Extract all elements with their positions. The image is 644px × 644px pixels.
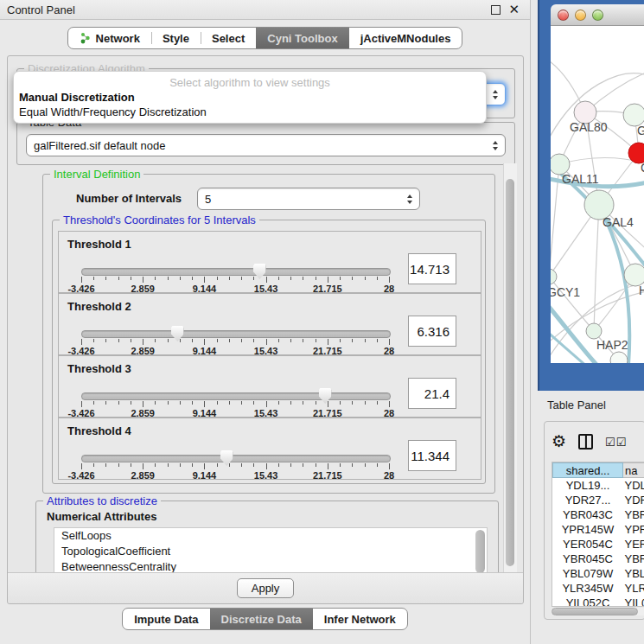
numerical-attributes-list[interactable]: SelfLoopsTopologicalCoefficientBetweenne… bbox=[54, 527, 488, 577]
settings-scrollbar[interactable] bbox=[503, 163, 517, 573]
close-icon[interactable]: ✕ bbox=[508, 5, 520, 14]
network-node-label: GA bbox=[637, 124, 644, 137]
zoom-traffic-light-icon[interactable] bbox=[592, 10, 603, 21]
table-cell[interactable]: YBR0 bbox=[623, 552, 644, 566]
table-scrollbar-thumb[interactable] bbox=[552, 608, 638, 615]
table-cell[interactable]: YLR3 bbox=[623, 581, 644, 596]
column-header-name[interactable]: na bbox=[623, 463, 644, 478]
tick-mark bbox=[241, 339, 242, 342]
table-cell[interactable]: YBL079W bbox=[553, 566, 623, 581]
node-table: shared... na YDL19...YDL1YDR27...YDR2YBR… bbox=[552, 462, 644, 607]
table-row[interactable]: YBL079WYBL0 bbox=[553, 566, 644, 581]
threshold-3-slider[interactable] bbox=[81, 392, 391, 400]
select-columns-icon[interactable]: ☑☑ bbox=[605, 436, 627, 449]
table-data-combobox[interactable]: galFiltered.sif default node bbox=[26, 134, 506, 156]
close-traffic-light-icon[interactable] bbox=[558, 10, 569, 21]
table-cell[interactable]: YPR145W bbox=[553, 522, 623, 537]
attribute-list-item[interactable]: TopologicalCoefficient bbox=[54, 544, 487, 559]
tick-mark bbox=[204, 339, 205, 345]
table-cell[interactable]: YPR1 bbox=[623, 522, 644, 537]
tick-mark bbox=[316, 463, 316, 467]
threshold-4-value-field[interactable]: 11.344 bbox=[408, 440, 456, 471]
threshold-2-slider[interactable] bbox=[81, 330, 391, 338]
interval-definition-group: Interval Definition Number of Intervals … bbox=[42, 174, 495, 494]
tab-network[interactable]: Network bbox=[68, 28, 151, 48]
tab-select[interactable]: Select bbox=[201, 28, 256, 48]
table-cell[interactable]: YLR345W bbox=[553, 581, 623, 596]
number-of-intervals-combobox[interactable]: 5 bbox=[197, 188, 420, 210]
network-view-window: GAL80GACGAL11GAL4GCY1HHAP2 bbox=[538, 0, 644, 391]
settings-scrollbar-thumb[interactable] bbox=[506, 179, 514, 566]
tick-mark bbox=[180, 339, 181, 342]
table-row[interactable]: YDL19...YDL1 bbox=[553, 478, 644, 493]
threshold-4-slider[interactable] bbox=[81, 455, 391, 462]
float-window-icon[interactable] bbox=[491, 5, 501, 15]
tab-cyni-toolbox[interactable]: Cyni Toolbox bbox=[256, 28, 348, 48]
tick-mark bbox=[180, 277, 181, 280]
minimize-traffic-light-icon[interactable] bbox=[575, 10, 586, 21]
tick-mark bbox=[229, 463, 230, 467]
table-horizontal-scrollbar[interactable] bbox=[552, 608, 644, 615]
table-cell[interactable]: YIL0 bbox=[623, 596, 644, 608]
control-panel-titlebar: Control Panel ✕ bbox=[0, 0, 530, 20]
table-cell[interactable]: YBR043C bbox=[553, 507, 623, 522]
tab-infer-network[interactable]: Infer Network bbox=[313, 609, 407, 629]
attributes-group-title: Attributes to discretize bbox=[43, 494, 161, 507]
tick-mark bbox=[377, 463, 378, 467]
table-cell[interactable]: YDR2 bbox=[623, 493, 644, 507]
table-row[interactable]: YBR045CYBR0 bbox=[553, 552, 644, 566]
algorithm-option-manual[interactable]: Manual Discretization bbox=[14, 90, 486, 105]
table-cell[interactable]: YER054C bbox=[553, 537, 623, 552]
tick-mark bbox=[365, 277, 366, 280]
network-node-hap2[interactable] bbox=[586, 323, 602, 339]
table-cell[interactable]: YBR045C bbox=[553, 552, 623, 566]
table-cell[interactable]: YIL052C bbox=[553, 596, 623, 608]
table-cell[interactable]: YBL0 bbox=[623, 566, 644, 581]
apply-button[interactable]: Apply bbox=[237, 578, 295, 598]
tab-jactivemnodules[interactable]: jActiveMNodules bbox=[349, 28, 462, 48]
tick-mark bbox=[253, 401, 254, 405]
table-cell[interactable]: YDL1 bbox=[623, 478, 644, 493]
table-cell[interactable]: YBR0 bbox=[623, 507, 644, 522]
table-row[interactable]: YIL052CYIL0 bbox=[553, 596, 644, 608]
gear-icon[interactable]: ⚙ bbox=[552, 433, 566, 450]
table-panel: ⚙ ☑☑ shared... na YDL19...YDL1YDR27...YD… bbox=[544, 421, 644, 620]
tab-impute-data[interactable]: Impute Data bbox=[123, 609, 209, 629]
bottom-tab-bar: Impute Data Discretize Data Infer Networ… bbox=[0, 608, 530, 630]
tick-mark bbox=[155, 277, 156, 280]
tick-mark bbox=[143, 339, 143, 345]
network-canvas[interactable]: GAL80GACGAL11GAL4GCY1HHAP2 bbox=[551, 26, 644, 363]
threshold-2-value-field[interactable]: 6.316 bbox=[408, 316, 456, 347]
column-header-shared-name[interactable]: shared... bbox=[553, 463, 623, 478]
tab-style[interactable]: Style bbox=[151, 28, 201, 48]
threshold-1-slider[interactable] bbox=[81, 268, 391, 276]
table-row[interactable]: YLR345WYLR3 bbox=[553, 581, 644, 596]
attribute-list-item[interactable]: SelfLoops bbox=[54, 528, 487, 544]
table-row[interactable]: YPR145WYPR1 bbox=[553, 522, 644, 537]
numerical-attributes-label: Numerical Attributes bbox=[47, 510, 156, 523]
tick-mark bbox=[168, 401, 169, 405]
table-row[interactable]: YER054CYER0 bbox=[553, 537, 644, 552]
algorithm-option-equal-width[interactable]: Equal Width/Frequency Discretization bbox=[14, 105, 486, 119]
tab-discretize-data[interactable]: Discretize Data bbox=[210, 609, 313, 629]
attributes-group: Attributes to discretize Numerical Attri… bbox=[35, 501, 499, 580]
list-scrollbar[interactable] bbox=[475, 530, 485, 573]
table-cell[interactable]: YER0 bbox=[623, 537, 644, 552]
tick-mark bbox=[229, 277, 230, 280]
network-node-gcy1[interactable] bbox=[551, 269, 557, 284]
table-cell[interactable]: YDR27... bbox=[553, 493, 623, 507]
table-cell[interactable]: YDL19... bbox=[553, 478, 623, 493]
tick-mark bbox=[340, 401, 341, 405]
network-node-label: H bbox=[639, 284, 644, 297]
tick-mark bbox=[143, 401, 143, 407]
threshold-3-panel: Threshold 3 -3.4262.8599.14415.4321.7152… bbox=[58, 355, 481, 418]
number-of-intervals-label: Number of Intervals bbox=[76, 192, 182, 205]
threshold-3-value-field[interactable]: 21.4 bbox=[408, 378, 456, 409]
tick-mark bbox=[352, 463, 353, 467]
threshold-1-value-field[interactable]: 14.713 bbox=[408, 253, 456, 284]
split-columns-icon[interactable] bbox=[578, 434, 593, 450]
number-of-intervals-value: 5 bbox=[205, 193, 211, 206]
table-row[interactable]: YDR27...YDR2 bbox=[553, 493, 644, 507]
network-window-titlebar[interactable] bbox=[551, 4, 644, 26]
table-row[interactable]: YBR043CYBR0 bbox=[553, 507, 644, 522]
